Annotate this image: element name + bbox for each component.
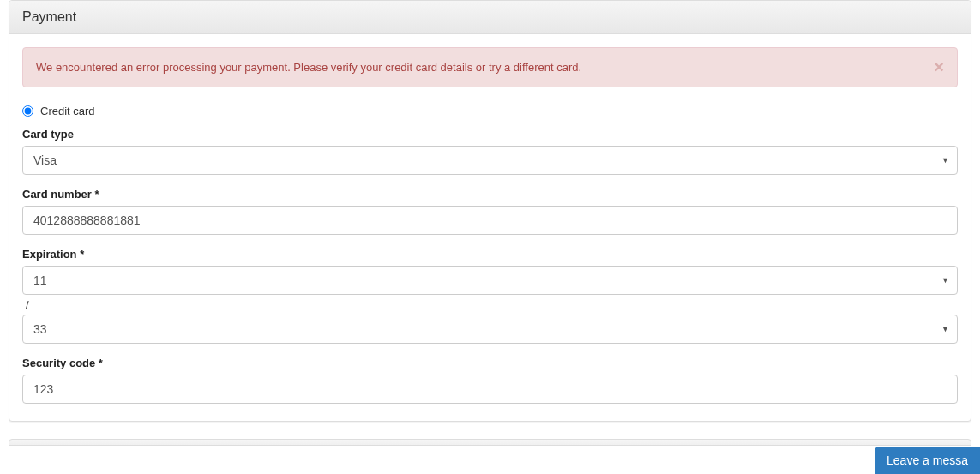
expiration-group: Expiration * 11 / 33 [22, 248, 958, 344]
error-alert: We encountered an error processing your … [22, 47, 958, 87]
card-number-group: Card number * [22, 188, 958, 235]
expiration-year-select[interactable]: 33 [22, 315, 958, 344]
alert-message: We encountered an error processing your … [36, 61, 581, 74]
card-number-label: Card number * [22, 188, 958, 201]
card-type-select-wrapper: Visa [22, 146, 958, 175]
credit-card-radio[interactable] [22, 105, 33, 117]
security-code-input[interactable] [22, 375, 958, 404]
expiration-month-wrapper: 11 [22, 266, 958, 295]
next-panel-peek [9, 439, 971, 446]
panel-title: Payment [9, 1, 971, 34]
card-type-select[interactable]: Visa [22, 146, 958, 175]
card-type-group: Card type Visa [22, 128, 958, 175]
payment-panel: Payment We encountered an error processi… [9, 0, 971, 422]
security-code-group: Security code * [22, 357, 958, 404]
payment-method-row: Credit card [22, 105, 958, 117]
panel-body: We encountered an error processing your … [9, 34, 971, 421]
close-icon[interactable]: × [934, 58, 944, 75]
credit-card-label: Credit card [40, 105, 95, 117]
card-number-input[interactable] [22, 206, 958, 235]
expiration-label: Expiration * [22, 248, 958, 261]
card-type-label: Card type [22, 128, 958, 141]
security-code-label: Security code * [22, 357, 958, 369]
chat-tab[interactable]: Leave a messa [875, 447, 980, 474]
expiration-month-select[interactable]: 11 [22, 266, 958, 295]
expiration-separator: / [26, 298, 958, 311]
expiration-year-wrapper: 33 [22, 315, 958, 344]
